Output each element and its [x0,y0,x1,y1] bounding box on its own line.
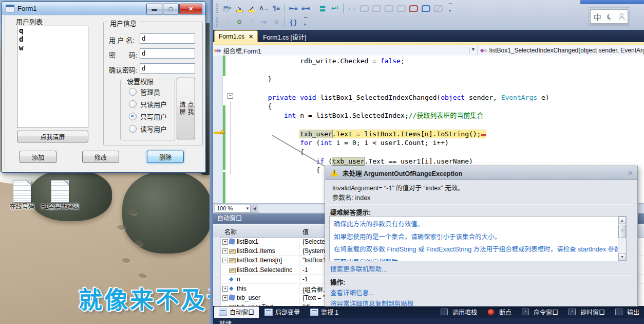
tab-label[interactable]: Form1.cs [219,33,244,40]
minimize-button[interactable]: ▬ [146,4,162,14]
user-listbox[interactable]: qdw [17,26,88,128]
variable-name[interactable]: listBox1.SelectedInc [237,266,298,274]
tool-tab-输出[interactable]: 输出 [611,307,644,318]
radio-读写用户[interactable]: 读写用户 [121,122,175,135]
variable-name[interactable]: listBox1.Items [237,247,298,255]
chevron-down-icon[interactable]: ▼ [245,206,250,211]
ime-softkeyboard-icon[interactable] [618,13,624,20]
variable-name[interactable]: listBox1.Items[n] [237,257,298,264]
desktop-icon-online-number[interactable]: 在线号码 [2,180,42,210]
radio-button-icon[interactable] [129,125,137,133]
troubleshooting-tip-link[interactable]: 获取此异常的常规帮助。 [334,256,616,262]
braces-icon[interactable]: { } [288,17,299,28]
list-item[interactable]: d [17,35,88,44]
variable-name[interactable]: listBox1 [237,238,298,245]
decrease-indent-icon[interactable]: ⇤≡ [288,3,299,14]
ime-toolbar[interactable]: 中 [590,9,628,24]
troubleshooting-tip-link[interactable]: 在将重载的双参数 FindString 或 FindExactString 方法… [334,243,616,256]
ime-chinese-icon[interactable]: 中 [594,11,601,22]
toolbar-grip[interactable] [216,17,218,27]
show-next-statement-icon[interactable]: ⇨ [221,17,233,28]
select-pointer-icon[interactable]: ➚ [246,3,257,14]
code-line[interactable] [236,84,550,93]
radio-button-icon[interactable] [129,113,137,120]
overflow-icon[interactable]: ▔▾ [445,3,456,14]
desktop-icon-label[interactable]: F1全屏代码表 [40,204,80,210]
tab-label[interactable]: Form1.cs [设计] [263,32,306,41]
tips-scrollbar[interactable]: ▲ ▼ [618,217,626,261]
radio-管理员[interactable]: 管理员 [121,85,175,98]
side-clear-screen-button[interactable]: 点我 清屏 [177,78,195,139]
tab-form1-cs-design[interactable]: Form1.cs [设计] [259,31,310,42]
scroll-down-icon[interactable]: ▼ [618,253,626,261]
variable-name[interactable]: txb_user [237,294,298,301]
expand-icon[interactable]: + [222,239,228,245]
class-dropdown[interactable]: ◆◆◆ 组合框.Form1 ▼ [213,45,478,56]
tool-tab-即时窗口[interactable]: 即时窗口 [564,307,610,318]
toolbar-grip[interactable] [216,4,218,13]
variable-name[interactable]: n [237,276,298,283]
text-file-icon[interactable] [51,180,69,203]
code-text[interactable]: rdb_write.Checked = false; } private voi… [236,57,550,175]
confirm-password-field[interactable]: d [140,63,195,74]
code-line[interactable]: private void listBox1_SelectedIndexChang… [236,93,550,102]
username-field[interactable]: d [140,33,195,44]
zoom-level-dropdown[interactable]: 100 % ▼ [215,205,251,213]
properties-dropdown-icon[interactable]: ▤▾ [221,3,233,14]
step-back-icon[interactable]: ↰ [246,17,257,28]
tool-tab-断点[interactable]: 断点 [483,307,516,318]
delete-button[interactable]: 删除 [147,151,184,163]
view-detail-link[interactable]: 查看详细信息... [330,287,374,297]
method-dropdown-value[interactable]: listBox1_SelectedIndexChanged(object sen… [489,47,644,54]
expand-icon[interactable]: + [222,286,228,292]
collapse-region-icon[interactable]: − [228,93,233,99]
radio-button-icon[interactable] [129,100,137,108]
code-line[interactable]: for (int i = 0; i < user1.Count; i++) [236,138,550,148]
expand-icon[interactable]: + [222,248,228,254]
code-line[interactable] [236,66,550,75]
name-column-header[interactable]: 名称 [224,227,237,236]
close-tab-icon[interactable]: ✕ [249,33,253,40]
code-line[interactable]: int n = listBox1.SelectedIndex;//获取列表框的当… [236,111,550,120]
expand-icon[interactable]: + [222,258,228,263]
tab-form1-cs[interactable]: Form1.cs ✕ [214,30,258,42]
format-document-icon[interactable]: ¶≡ [271,3,282,14]
chevron-down-icon[interactable]: ▼ [469,47,477,54]
bubble-import-icon[interactable] [408,3,419,14]
desktop-icon-label[interactable]: 在线号码 [2,204,42,210]
scroll-up-icon[interactable]: ▲ [618,217,626,224]
list-item[interactable]: q [17,26,88,35]
overflow-icon[interactable]: ▔▾ [300,17,311,28]
copy-exception-detail-link[interactable]: 将异常详细信息复制到剪贴板 [330,298,414,308]
exception-dialog-header[interactable]: 未处理 ArgumentOutOfRangeException ✕ [325,166,637,180]
search-online-help-link[interactable]: 搜索更多联机帮助... [330,264,387,274]
step-forward-icon[interactable]: ⇨ [258,17,270,28]
tool-tab-命令窗口[interactable]: 命令窗口 [517,307,563,318]
ime-fullwidth-icon[interactable] [607,13,613,20]
bubble-export-icon[interactable] [420,3,431,14]
zoom-level-value[interactable]: 100 % [217,205,233,211]
radio-button-icon[interactable] [129,88,137,96]
code-line[interactable]: { [236,102,550,111]
code-line[interactable] [236,120,550,130]
code-line[interactable]: rdb_write.Checked = false; [236,57,550,66]
copy-page-icon[interactable]: ▣ [271,17,282,28]
uncomment-selection-icon[interactable]: ↩² [329,3,340,14]
code-line[interactable]: txb_user.Text = listBox1.Items[n].ToStri… [236,130,550,139]
clear-screen-button[interactable]: 点我清屏 [17,131,88,142]
maximize-button[interactable]: ▢ [163,4,179,14]
desktop-icon-fullscreen-code[interactable]: F1全屏代码表 [40,180,80,210]
tool-tab-局部变量[interactable]: 局部变量 [260,307,305,318]
troubleshooting-tip-link[interactable]: 确保此方法的参数具有有效值。 [334,218,616,231]
bubble-down-icon[interactable] [395,3,407,14]
process-settings-icon[interactable]: ⚙ [234,17,245,28]
modify-button[interactable]: 修改 [82,151,119,163]
comment-selection-icon[interactable]: 〓 [317,3,328,14]
bubble-next-icon[interactable] [371,3,382,14]
increase-indent-icon[interactable]: ≡⇥ [300,3,311,14]
scroll-thumb[interactable] [618,225,626,238]
troubleshooting-tip-link[interactable]: 如果您使用的是一个集合，请确保索引小于该集合的大小。 [334,231,616,244]
list-item[interactable]: w [17,44,88,52]
bubble-prev-icon[interactable] [358,3,370,14]
tool-tab-调用堆栈[interactable]: 调用堆栈 [436,307,482,318]
